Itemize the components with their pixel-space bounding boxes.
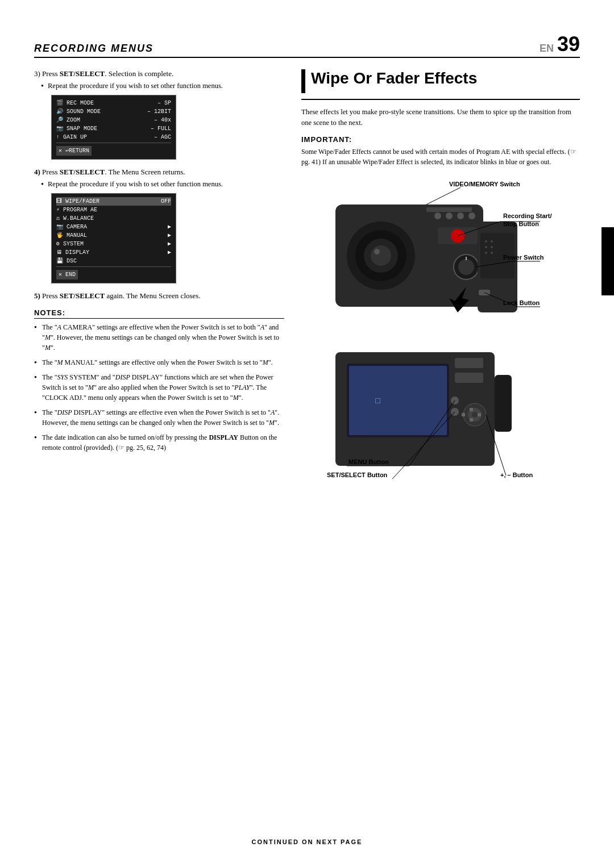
menu-separator	[56, 143, 171, 143]
step-4-bullets: Repeat the procedure if you wish to set …	[34, 180, 284, 189]
menu-row-dsc: 💾 DSC	[56, 257, 171, 265]
menu-return: ✕ ↩RETURN	[56, 144, 171, 156]
joystick-up	[470, 408, 473, 411]
step-3-bullet-1: Repeat the procedure if you wish to set …	[42, 82, 284, 90]
step-5: 5) Press SET/SELECT again. The Menu Scre…	[34, 291, 284, 301]
grip-dot-6	[491, 252, 493, 254]
joystick-right	[478, 413, 481, 416]
page-container: Recording Menus EN 39 3) Press SET/SELEC…	[0, 0, 614, 868]
menu-separator-2	[56, 266, 171, 267]
grip-dot-4	[491, 246, 493, 248]
menu-row-w-balance: ⚖ W.BALANCE	[56, 214, 171, 223]
header-title: Recording Menus	[34, 43, 154, 55]
grip-dot-3	[485, 246, 487, 248]
back-button-2	[455, 373, 483, 383]
right-column: Wipe Or Fader Effects These effects let …	[301, 69, 580, 508]
camera-diagram: VIDEO/MEMORY Switch	[301, 176, 580, 508]
step-3: 3) Press SET/SELECT. Selection is comple…	[34, 69, 284, 160]
lock-button-label: Lock Button	[503, 299, 540, 306]
page-header: Recording Menus EN 39	[34, 34, 580, 58]
button-top-2	[446, 212, 453, 219]
menu-button-label: MENU Button	[349, 458, 389, 465]
joystick-center	[472, 412, 478, 418]
notes-header: Notes:	[34, 308, 284, 319]
important-header: IMPORTANT:	[301, 135, 580, 144]
step-3-bullets: Repeat the procedure if you wish to set …	[34, 82, 284, 90]
set-select-label: SET/SELECT Button	[327, 471, 388, 478]
menu-row: 🔎 ZOOM– 40x	[56, 116, 171, 124]
section-intro: These effects let you make pro-style sce…	[301, 107, 580, 128]
joystick-down	[470, 418, 473, 422]
footer-text: CONTINUED ON NEXT PAGE	[252, 838, 363, 845]
lcd-inner	[349, 366, 447, 435]
menu-row-system: ⚙ SYSTEM▶	[56, 240, 171, 248]
left-column: 3) Press SET/SELECT. Selection is comple…	[34, 69, 284, 508]
grip-dot-5	[485, 252, 487, 254]
menu-end: ✕ END	[56, 268, 171, 279]
button-top-4	[468, 212, 475, 219]
menu-row-program-ae: ⚡ PROGRAM AE	[56, 206, 171, 214]
camera-diagram-svg: VIDEO/MEMORY Switch	[301, 176, 574, 506]
two-column-layout: 3) Press SET/SELECT. Selection is comple…	[34, 69, 580, 508]
callout-line-1	[421, 187, 460, 207]
step-4-text: 4) Press SET/SELECT. The Menu Screen ret…	[34, 168, 284, 177]
important-text: Some Wipe/Fader Effects cannot be used w…	[301, 147, 580, 167]
power-switch-inner	[458, 259, 474, 275]
grip-dot-1	[485, 240, 487, 243]
button-top-3	[457, 212, 464, 219]
joystick-left	[462, 413, 465, 416]
note-1: The "A CAMERA" settings are effective wh…	[34, 322, 284, 353]
menu-row: 🔊 SOUND MODE– 12BIT	[56, 107, 171, 116]
grip-dot-2	[491, 240, 493, 243]
header-en-label: EN	[540, 43, 554, 55]
step-3-text: 3) Press SET/SELECT. Selection is comple…	[34, 69, 284, 78]
step-3-number: 3)	[34, 69, 40, 78]
lcd-content: □	[375, 396, 380, 405]
black-tab	[601, 227, 614, 295]
note-2: The "M MANUAL" settings are effective on…	[34, 357, 284, 368]
section-title-wrapper: Wipe Or Fader Effects	[301, 69, 580, 93]
title-underline	[301, 99, 580, 100]
step-5-text: 5) Press SET/SELECT again. The Menu Scre…	[34, 291, 284, 301]
stop-button-label: Stop Button	[503, 220, 539, 227]
menu-row-wipe: 🎞 WIPE/FADEROFF	[56, 197, 171, 206]
section-title: Wipe Or Fader Effects	[311, 69, 477, 91]
menu-row-camera: 📷 CAMERA▶	[56, 223, 171, 231]
menu-row-manual: 🖐 MANUAL▶	[56, 231, 171, 240]
menu-row: 📷 SNAP MODE– FULL	[56, 124, 171, 133]
notes-list: The "A CAMERA" settings are effective wh…	[34, 322, 284, 453]
page-footer: CONTINUED ON NEXT PAGE	[0, 838, 614, 845]
step-4: 4) Press SET/SELECT. The Menu Screen ret…	[34, 168, 284, 283]
notes-section: Notes: The "A CAMERA" settings are effec…	[34, 308, 284, 453]
recording-start-stop-label: Recording Start/	[503, 212, 552, 219]
menu-row: 🎬 REC MODE– SP	[56, 99, 171, 107]
back-button-1	[455, 358, 483, 368]
title-accent-bar	[301, 69, 305, 93]
camera-mic	[426, 207, 472, 212]
note-4: The "DISP DISPLAY" settings are effectiv…	[34, 407, 284, 428]
note-3: The "SYS SYSTEM" and "DISP DISPLAY" func…	[34, 372, 284, 403]
menu-box-2: 🎞 WIPE/FADEROFF ⚡ PROGRAM AE ⚖ W.BALANCE…	[51, 193, 176, 283]
hand-strap	[495, 375, 512, 432]
menu-box-1: 🎬 REC MODE– SP 🔊 SOUND MODE– 12BIT 🔎 ZOO…	[51, 95, 176, 160]
camera-lens-glass	[371, 245, 391, 266]
note-5: The date indication can also be turned o…	[34, 432, 284, 453]
step-4-bullet-1: Repeat the procedure if you wish to set …	[42, 180, 284, 189]
camera-lens-reflection	[374, 249, 380, 254]
video-memory-switch-label: VIDEO/MEMORY Switch	[449, 181, 520, 187]
menu-row: ↑ GAIN UP– AGC	[56, 133, 171, 141]
power-switch-label: Power Switch	[503, 254, 544, 261]
menu-row-display: 🖥 DISPLAY▶	[56, 248, 171, 257]
button-top-1	[434, 212, 441, 219]
header-page-number: 39	[557, 34, 580, 55]
important-section: IMPORTANT: Some Wipe/Fader Effects canno…	[301, 135, 580, 167]
